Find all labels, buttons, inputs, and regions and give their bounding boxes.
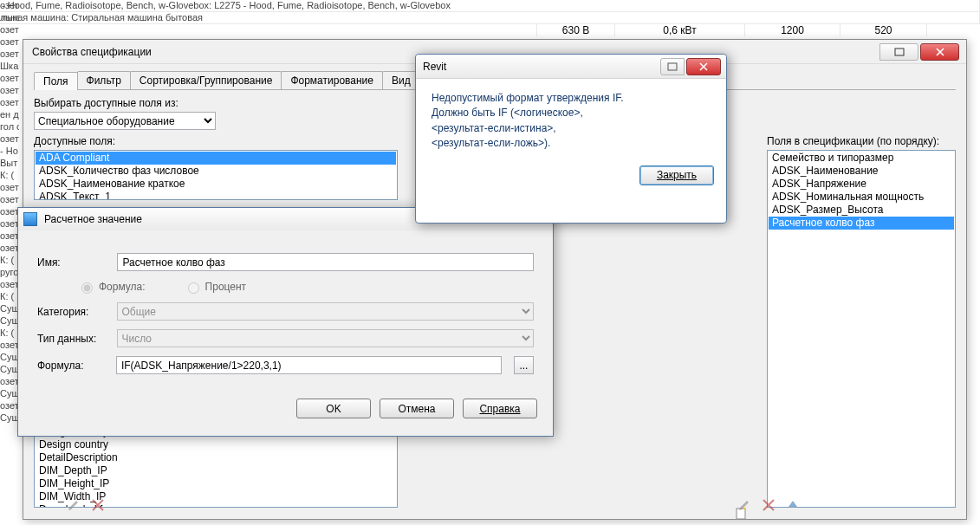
- close-button[interactable]: [920, 43, 959, 61]
- available-fields-label: Доступные поля:: [34, 135, 398, 147]
- datatype-label: Тип данных:: [37, 333, 105, 345]
- tab-sorting[interactable]: Сортировка/Группирование: [130, 71, 282, 89]
- scheduled-fields-label: Поля в спецификации (по порядку):: [767, 135, 956, 147]
- tab-formatting[interactable]: Форматирование: [281, 71, 383, 89]
- list-item[interactable]: ADSK_Номинальная мощность: [769, 191, 954, 204]
- tab-filter[interactable]: Фильтр: [77, 71, 131, 89]
- edit-icon[interactable]: [67, 498, 82, 514]
- delete-icon[interactable]: [91, 498, 107, 514]
- bottom-left-toolbar: [67, 498, 107, 514]
- list-item[interactable]: DIM_Height_IP: [36, 477, 396, 490]
- list-item[interactable]: DetailDescription: [36, 451, 396, 464]
- edit-icon[interactable]: [737, 498, 753, 514]
- delete-icon[interactable]: [762, 498, 777, 514]
- name-input[interactable]: [117, 253, 534, 271]
- tab-fields[interactable]: Поля: [34, 72, 78, 90]
- list-item[interactable]: DIM_Depth_IP: [36, 464, 396, 477]
- list-item[interactable]: ADSK_Количество фаз числовое: [36, 165, 396, 178]
- datatype-select[interactable]: Число: [117, 329, 534, 347]
- available-from-select[interactable]: Специальное оборудование: [34, 112, 216, 130]
- titlebar[interactable]: Revit: [416, 55, 726, 79]
- list-item[interactable]: ADSK_Текст_1: [36, 191, 396, 200]
- list-item[interactable]: ADSK_Наименование краткое: [36, 178, 396, 191]
- category-label: Категория:: [37, 306, 105, 318]
- svg-rect-0: [895, 49, 904, 55]
- app-icon: [23, 212, 37, 226]
- list-item[interactable]: Design country: [36, 438, 396, 451]
- list-item[interactable]: Расчетное колво фаз: [769, 217, 954, 230]
- close-button[interactable]: [686, 58, 721, 75]
- help-mode-button[interactable]: [660, 58, 685, 75]
- ok-button[interactable]: OK: [296, 399, 371, 418]
- formula-radio[interactable]: Формула:: [77, 280, 146, 294]
- name-label: Имя:: [37, 256, 105, 269]
- list-item[interactable]: ADSK_Наименование: [769, 165, 954, 178]
- percent-radio[interactable]: Процент: [184, 280, 247, 294]
- svg-rect-4: [668, 63, 677, 70]
- scheduled-fields-list[interactable]: Семейство и типоразмерADSK_НаименованиеA…: [767, 150, 956, 508]
- formula-input[interactable]: [116, 356, 502, 374]
- list-item[interactable]: ADA Compliant: [36, 152, 396, 165]
- bottom-right-toolbar: [737, 498, 802, 514]
- list-item[interactable]: Семейство и типоразмер: [769, 152, 954, 165]
- move-up-icon[interactable]: [786, 498, 802, 514]
- category-select[interactable]: Общие: [117, 302, 534, 321]
- bg-row: льная машина: Стиральная машина бытовая: [0, 12, 980, 24]
- dialog-title: Revit: [421, 61, 659, 73]
- list-item[interactable]: ADSK_Размер_Высота: [769, 204, 954, 217]
- formula-browse-button[interactable]: ...: [514, 356, 534, 374]
- bg-row: 630 В 0,6 кВт 1200 520: [0, 24, 980, 36]
- maximize-button[interactable]: [879, 43, 918, 61]
- formula-label: Формула:: [37, 360, 104, 372]
- help-button[interactable]: Справка: [463, 399, 537, 418]
- list-item[interactable]: ADSK_Напряжение: [769, 178, 954, 191]
- message-text: Недопустимый формат утверждения IF. Долж…: [416, 79, 726, 159]
- calculated-value-dialog: Расчетное значение Имя: Формула: Процент…: [17, 207, 554, 437]
- cancel-button[interactable]: Отмена: [380, 399, 454, 418]
- available-fields-list[interactable]: ADA CompliantADSK_Количество фаз числово…: [34, 150, 398, 200]
- revit-message-dialog: Revit Недопустимый формат утверждения IF…: [415, 54, 727, 224]
- bg-row: - Hood, Fume, Radioisotope, Bench, w-Glo…: [0, 0, 980, 12]
- bg-left-strip: озетльнаозетозетозетШкаозетозетозетен дг…: [0, 0, 19, 525]
- close-message-button[interactable]: Закрыть: [639, 165, 714, 185]
